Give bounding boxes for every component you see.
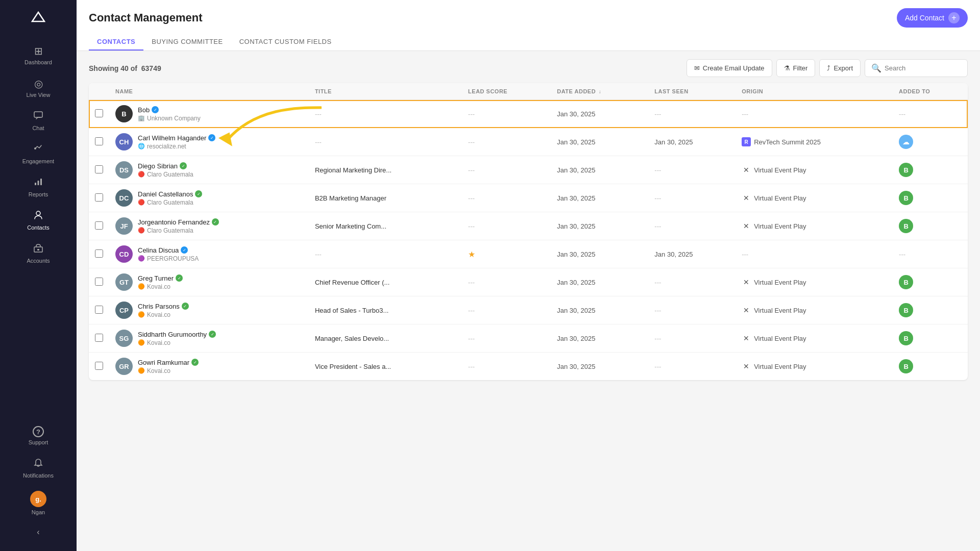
contact-name[interactable]: Jorgeantonio Fernandez ✓ [138, 218, 219, 226]
table-row[interactable]: CP Chris Parsons ✓ 🟠 Kovai.co Head of Sa… [89, 296, 968, 324]
sidebar-item-user[interactable]: g. Ngan [0, 485, 77, 521]
origin-cell: RRevTech Summit 2025 [742, 137, 887, 146]
table-row[interactable]: CD Celina Discua ✓ 🟣 PEERGROUPUSA --- ★ … [89, 240, 968, 268]
table-row[interactable]: B Bob ✓ 🏢 Unknown Company --- --- Jan 30… [89, 100, 968, 128]
row-checkbox-cell [89, 212, 109, 240]
origin-dash: --- [742, 251, 748, 258]
sidebar: ⊞ Dashboard ◎ Live View Chat Engagement [0, 0, 77, 551]
row-checkbox[interactable] [95, 109, 103, 117]
contact-info: Greg Turner ✓ 🟠 Kovai.co [138, 274, 183, 290]
row-added-to-cell: B [893, 212, 968, 240]
table-row[interactable]: GR Gowri Ramkumar ✓ 🟠 Kovai.co Vice Pres… [89, 353, 968, 381]
contact-name[interactable]: Carl Wilhelm Hagander ✓ [138, 134, 215, 142]
row-checkbox[interactable] [95, 249, 103, 258]
sidebar-collapse-button[interactable]: ‹ [0, 521, 77, 543]
row-origin-cell: ✕Virtual Event Play [736, 324, 893, 353]
sidebar-item-support[interactable]: ? Support [0, 420, 77, 452]
company-icon: 🟠 [138, 311, 145, 318]
verified-badge: ✓ [176, 274, 183, 282]
total-count: 63749 [141, 64, 161, 72]
row-checkbox[interactable] [95, 137, 103, 145]
contact-name[interactable]: Chris Parsons ✓ [138, 303, 189, 310]
sidebar-item-reports[interactable]: Reports [0, 170, 77, 204]
lead-score-dash: --- [468, 166, 475, 174]
sidebar-label-reports: Reports [29, 191, 48, 197]
sidebar-item-chat[interactable]: Chat [0, 104, 77, 137]
chat-icon [33, 110, 43, 123]
export-button[interactable]: ⤴ Export [819, 59, 861, 77]
row-last-seen-cell: --- [648, 353, 736, 381]
added-to-badge: B [899, 163, 913, 177]
col-last-seen[interactable]: LAST SEEN [648, 83, 736, 100]
contact-name[interactable]: Greg Turner ✓ [138, 274, 183, 282]
vep-icon: ✕ [742, 306, 751, 315]
contacts-table-body: B Bob ✓ 🏢 Unknown Company --- --- Jan 30… [89, 100, 968, 381]
search-input[interactable] [885, 64, 961, 72]
create-email-update-button[interactable]: ✉ Create Email Update [687, 59, 772, 77]
contact-cell: CD Celina Discua ✓ 🟣 PEERGROUPUSA [115, 245, 303, 263]
filter-button[interactable]: ⚗ Filter [776, 59, 816, 77]
col-origin[interactable]: ORIGIN [736, 83, 893, 100]
sidebar-item-engagement[interactable]: Engagement [0, 137, 77, 170]
row-added-to-cell: B [893, 156, 968, 184]
svg-point-1 [34, 147, 36, 149]
table-row[interactable]: DS Diego Sibrian ✓ 🔴 Claro Guatemala Reg… [89, 156, 968, 184]
tab-contacts[interactable]: CONTACTS [89, 34, 143, 51]
row-checkbox[interactable] [95, 165, 103, 173]
row-checkbox[interactable] [95, 362, 103, 370]
verified-badge: ✓ [208, 134, 215, 141]
row-origin-cell: ✕Virtual Event Play [736, 156, 893, 184]
col-title[interactable]: TITLE [309, 83, 462, 100]
sidebar-item-live-view[interactable]: ◎ Live View [0, 71, 77, 104]
row-checkbox[interactable] [95, 334, 103, 342]
contact-company: 🏢 Unknown Company [138, 115, 201, 122]
sidebar-label-live-view: Live View [27, 92, 51, 98]
row-last-seen-cell: Jan 30, 2025 [648, 240, 736, 268]
col-name[interactable]: NAME [109, 83, 309, 100]
date-added-value: Jan 30, 2025 [557, 279, 595, 286]
row-checkbox[interactable] [95, 306, 103, 314]
logo-icon[interactable] [29, 8, 47, 27]
avatar: DS [115, 161, 133, 179]
row-checkbox[interactable] [95, 278, 103, 286]
contact-name[interactable]: Celina Discua ✓ [138, 246, 199, 254]
contact-name[interactable]: Gowri Ramkumar ✓ [138, 359, 199, 366]
sidebar-item-notifications[interactable]: Notifications [0, 452, 77, 485]
row-date-added-cell: Jan 30, 2025 [551, 240, 648, 268]
tab-contact-custom-fields[interactable]: CONTACT CUSTOM FIELDS [231, 34, 340, 51]
verified-badge: ✓ [209, 331, 216, 338]
row-last-seen-cell: --- [648, 184, 736, 212]
sidebar-item-contacts[interactable]: Contacts [0, 204, 77, 237]
contact-company: 🟠 Kovai.co [138, 311, 189, 318]
title-value: Manager, Sales Develo... [315, 335, 389, 342]
row-date-added-cell: Jan 30, 2025 [551, 100, 648, 128]
col-date-added[interactable]: DATE ADDED ↓ [551, 83, 648, 100]
origin-cell: ✕Virtual Event Play [742, 334, 887, 343]
row-last-seen-cell: --- [648, 268, 736, 296]
contact-name[interactable]: Daniel Castellanos ✓ [138, 190, 202, 198]
contact-name[interactable]: Siddharth Gurumoorthy ✓ [138, 331, 216, 338]
date-added-value: Jan 30, 2025 [557, 166, 595, 174]
search-box[interactable]: 🔍 [865, 59, 968, 77]
avatar: DC [115, 189, 133, 207]
table-row[interactable]: CH Carl Wilhelm Hagander ✓ 🌐 resocialize… [89, 128, 968, 156]
col-lead-score[interactable]: LEAD SCORE [462, 83, 551, 100]
col-added-to[interactable]: ADDED TO [893, 83, 968, 100]
table-row[interactable]: JF Jorgeantonio Fernandez ✓ 🔴 Claro Guat… [89, 212, 968, 240]
row-name-cell: B Bob ✓ 🏢 Unknown Company [109, 100, 309, 128]
table-row[interactable]: GT Greg Turner ✓ 🟠 Kovai.co Chief Revenu… [89, 268, 968, 296]
revtech-icon: R [742, 137, 751, 146]
table-row[interactable]: DC Daniel Castellanos ✓ 🔴 Claro Guatemal… [89, 184, 968, 212]
table-row[interactable]: SG Siddharth Gurumoorthy ✓ 🟠 Kovai.co Ma… [89, 324, 968, 353]
row-checkbox[interactable] [95, 221, 103, 230]
add-contact-button[interactable]: Add Contact + [897, 8, 968, 28]
row-title-cell: Vice President - Sales a... [309, 353, 462, 381]
sidebar-item-accounts[interactable]: Accounts [0, 237, 77, 270]
tab-buying-committee[interactable]: BUYING COMMITTEE [143, 34, 231, 51]
row-checkbox[interactable] [95, 193, 103, 202]
contact-name[interactable]: Bob ✓ [138, 106, 201, 114]
row-origin-cell: RRevTech Summit 2025 [736, 128, 893, 156]
sidebar-item-dashboard[interactable]: ⊞ Dashboard [0, 39, 77, 71]
contact-name[interactable]: Diego Sibrian ✓ [138, 162, 193, 170]
lead-score-dash: --- [468, 307, 475, 314]
